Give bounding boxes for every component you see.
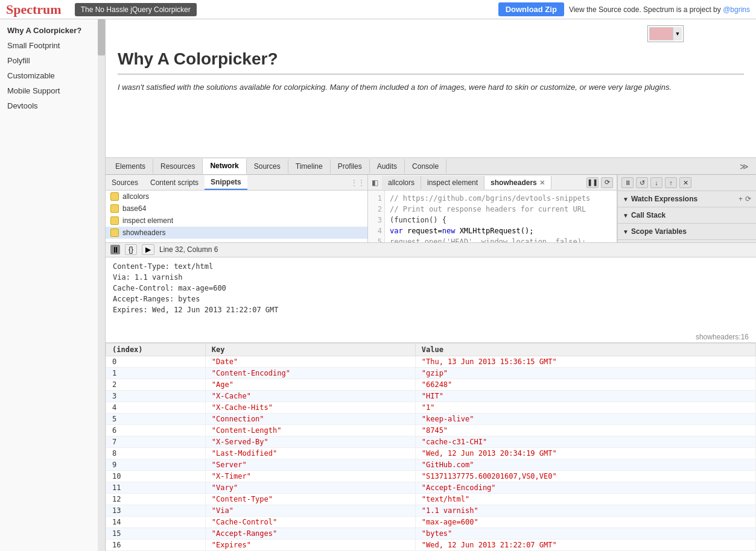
top-right: Download Zip View the Source code. Spect… (498, 2, 750, 16)
debug-section-header[interactable]: ▼Scope Variables (618, 224, 756, 239)
table-cell-index: 3 (106, 391, 206, 402)
table-cell-value: "HIT" (415, 391, 755, 402)
devtools-tab-console[interactable]: Console (405, 159, 446, 174)
sidebar-item[interactable]: Devtools (0, 98, 105, 113)
devtools-tab-elements[interactable]: Elements (108, 159, 153, 174)
color-swatch-container[interactable]: ▼ (647, 25, 684, 42)
refresh-watch-btn[interactable]: ⟳ (745, 195, 751, 203)
sidebar-scroll-thumb[interactable] (98, 19, 105, 55)
close-icon[interactable]: ✕ (539, 179, 545, 186)
code-line: // https://github.com/bgrins/devtools-sn… (390, 193, 612, 204)
table-column-header: Value (415, 344, 755, 356)
code-lines: // https://github.com/bgrins/devtools-sn… (385, 190, 617, 242)
table-cell-key: "Last-Modified" (205, 448, 415, 459)
table-body: 0"Date""Thu, 13 Jun 2013 15:36:15 GMT"1"… (106, 356, 756, 551)
editor-refresh-btn[interactable]: ⟳ (601, 177, 613, 188)
table-cell-index: 4 (106, 402, 206, 414)
color-swatch[interactable] (649, 27, 673, 40)
source-file-base64[interactable]: base64 (106, 203, 367, 215)
console-output: Content-Type: text/html Via: 1.1 varnish… (113, 261, 749, 315)
table-cell-value: "1" (415, 402, 755, 414)
table-row: 3"X-Cache""HIT" (106, 391, 756, 402)
editor-tabs-bar: ◧ allcolorsinspect elementshowheaders✕❚❚… (368, 175, 617, 190)
pause-resume-btn[interactable]: ⏸ (621, 177, 634, 188)
editor-tab-showheaders[interactable]: showheaders✕ (484, 176, 551, 189)
devtools-tab-network[interactable]: Network (203, 159, 246, 174)
table-cell-key: "Vary" (205, 482, 415, 494)
devtools-tab-audits[interactable]: Audits (370, 159, 405, 174)
code-line: // Print out response headers for curren… (390, 204, 612, 215)
debug-section-watch-expressions: ▼Watch Expressions+⟳ (618, 191, 756, 207)
left-sidebar: Why A Colorpicker?Small FootprintPolyfil… (0, 19, 106, 551)
table-row: 15"Accept-Ranges""bytes" (106, 528, 756, 540)
source-file-inspect-element[interactable]: inspect element (106, 215, 367, 227)
content-area: ▼ Why A Colorpicker? I wasn't satisfied … (106, 19, 756, 551)
step-into-btn[interactable]: ↓ (650, 177, 662, 188)
table-cell-index: 11 (106, 482, 206, 494)
table-cell-key: "Expires" (205, 540, 415, 551)
table-cell-index: 0 (106, 356, 206, 368)
table-cell-value: "gzip" (415, 368, 755, 379)
table-row: 9"Server""GitHub.com" (106, 459, 756, 471)
code-line: (function() { (390, 215, 612, 225)
devtools-tab-timeline[interactable]: Timeline (288, 159, 331, 174)
table-cell-index: 8 (106, 448, 206, 459)
sidebar-item[interactable]: Mobile Support (0, 83, 105, 98)
section-label: Call Stack (631, 211, 665, 219)
sources-tab-sources[interactable]: Sources (106, 176, 144, 189)
sidebar-scrollbar[interactable] (98, 19, 105, 551)
sources-tab-content-scripts[interactable]: Content scripts (144, 176, 205, 189)
editor-pause-btn[interactable]: ❚❚ (586, 177, 599, 188)
table-cell-key: "Content-Type" (205, 494, 415, 505)
site-title[interactable]: Spectrum (6, 2, 62, 17)
status-play-button[interactable]: ▶ (142, 244, 154, 255)
debug-section-header[interactable]: ▼Watch Expressions+⟳ (618, 191, 756, 207)
table-cell-key: "X-Cache" (205, 391, 415, 402)
sidebar-item[interactable]: Polyfill (0, 53, 105, 68)
download-button[interactable]: Download Zip (498, 2, 564, 16)
deactivate-btn[interactable]: ✕ (679, 177, 691, 188)
table-cell-value: "GitHub.com" (415, 459, 755, 471)
main-area: Why A Colorpicker?Small FootprintPolyfil… (0, 19, 756, 551)
table-cell-key: "X-Timer" (205, 471, 415, 482)
swatch-dropdown-button[interactable]: ▼ (673, 27, 682, 40)
editor-controls-right: ❚❚⟳ (583, 177, 617, 188)
devtools-body: SourcesContent scriptsSnippets⋮⋮ allcolo… (106, 175, 756, 242)
devtools-tab-resources[interactable]: Resources (153, 159, 203, 174)
source-file-allcolors[interactable]: allcolors (106, 190, 367, 203)
sources-sub-tabs: SourcesContent scriptsSnippets⋮⋮ (106, 175, 367, 190)
bgrins-link[interactable]: @bgrins (723, 5, 750, 14)
data-table-container[interactable]: (index)KeyValue 0"Date""Thu, 13 Jun 2013… (106, 342, 756, 551)
tagline-button[interactable]: The No Hassle jQuery Colorpicker (75, 3, 197, 16)
devtools-tab-profiles[interactable]: Profiles (331, 159, 370, 174)
sources-tab-snippets[interactable]: Snippets (205, 175, 247, 190)
line-number: 2 (373, 204, 382, 215)
editor-left-icon[interactable]: ◧ (368, 176, 382, 189)
status-pause-button[interactable]: ⏸ (110, 245, 120, 254)
source-file-showheaders[interactable]: showheaders (106, 227, 367, 239)
table-row: 16"Expires""Wed, 12 Jun 2013 21:22:07 GM… (106, 540, 756, 551)
chevron-down-icon: ▼ (623, 212, 629, 219)
line-number: 5 (373, 236, 382, 242)
devtools-overflow[interactable]: ≫ (735, 159, 754, 174)
code-content[interactable]: 1234567 // https://github.com/bgrins/dev… (368, 190, 617, 242)
step-over-btn[interactable]: ↺ (636, 177, 648, 188)
console-area[interactable]: Content-Type: text/html Via: 1.1 varnish… (106, 257, 756, 332)
table-cell-index: 5 (106, 414, 206, 425)
editor-tab-allcolors[interactable]: allcolors (382, 176, 421, 189)
sidebar-item[interactable]: Small Footprint (0, 38, 105, 53)
table-cell-index: 12 (106, 494, 206, 505)
sources-left-panel: SourcesContent scriptsSnippets⋮⋮ allcolo… (106, 175, 368, 242)
debug-section-header[interactable]: ▼Call Stack (618, 207, 756, 223)
debugger-panel: ⏸ ↺ ↓ ↑ ✕ ▼Watch Expressions+⟳▼Call Stac… (617, 175, 756, 242)
sidebar-item[interactable]: Why A Colorpicker? (0, 23, 105, 38)
status-format-button[interactable]: {} (125, 244, 137, 255)
devtools-tab-sources[interactable]: Sources (247, 159, 288, 174)
table-cell-index: 16 (106, 540, 206, 551)
sidebar-item[interactable]: Customizable (0, 68, 105, 83)
step-out-btn[interactable]: ↑ (665, 177, 677, 188)
editor-tab-inspect-element[interactable]: inspect element (421, 176, 484, 189)
sources-drag-handle[interactable]: ⋮⋮ (348, 178, 367, 187)
status-bar: ⏸ {} ▶ Line 32, Column 6 (106, 242, 756, 257)
add-watch-btn[interactable]: + (739, 195, 743, 203)
